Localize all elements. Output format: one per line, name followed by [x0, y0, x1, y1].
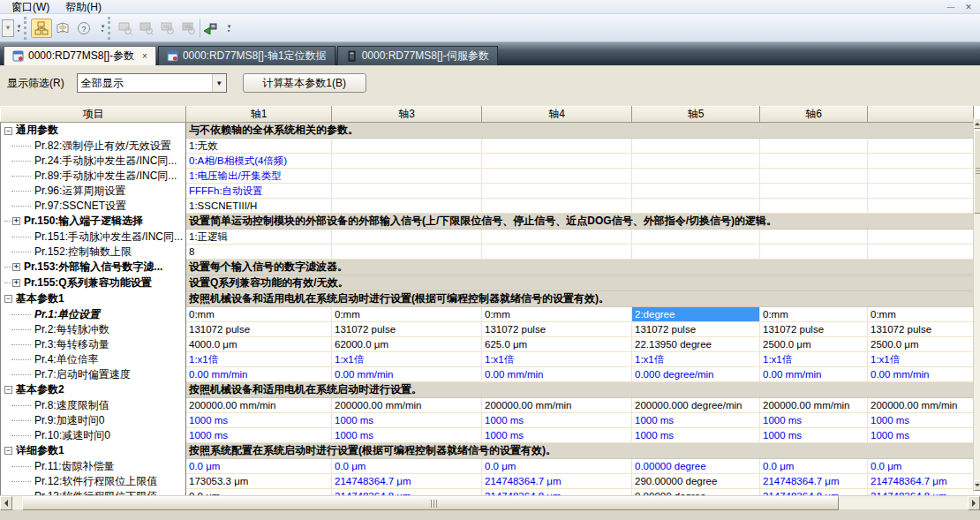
value-cell[interactable]: 0.00000 degree — [632, 459, 760, 474]
value-cell[interactable]: 0.000 degree/min — [632, 367, 760, 382]
column-header-axis[interactable]: 轴1 — [186, 107, 332, 123]
tree-item[interactable]: Pr.1:单位设置 — [1, 307, 186, 322]
tree-item[interactable]: Pr.13:软件行程限位下限值 — [1, 489, 186, 496]
value-cell[interactable] — [760, 199, 868, 214]
value-cell[interactable]: FFFFh:自动设置 — [186, 184, 332, 199]
tree-item[interactable]: −基本参数1 — [1, 291, 186, 307]
tab-close-icon[interactable]: × — [142, 51, 147, 61]
value-cell[interactable]: 0:A相/B相模式(4倍频) — [186, 154, 332, 169]
tab-servo-parameters[interactable]: 0000:RD77MS8[]-伺服参数 — [337, 46, 498, 65]
value-cell[interactable]: 214748364.7 μm — [332, 474, 482, 489]
tree-item[interactable]: Pr.11:齿隙补偿量 — [1, 459, 186, 474]
value-cell[interactable]: 0:mm — [332, 307, 482, 322]
value-cell[interactable] — [868, 139, 974, 154]
tree-expand-icon[interactable]: + — [12, 217, 20, 225]
value-cell[interactable]: 214748364.7 μm — [760, 474, 868, 489]
column-header-axis[interactable] — [868, 107, 974, 123]
value-cell[interactable] — [868, 230, 974, 245]
toolbar-overflow-icon[interactable]: ▾▪ — [225, 19, 233, 38]
value-cell[interactable]: 1000 ms — [186, 413, 332, 428]
monitor-watch-icon-4[interactable] — [178, 19, 200, 38]
value-cell[interactable] — [482, 199, 632, 214]
tree-item[interactable]: +Pr.150:输入端子逻辑选择 — [1, 214, 186, 230]
value-cell[interactable]: 0:mm — [760, 307, 868, 322]
tree-item[interactable]: Pr.97:SSCNET设置 — [1, 199, 186, 214]
tree-item[interactable]: Pr.2:每转脉冲数 — [1, 322, 186, 337]
value-cell[interactable] — [482, 230, 632, 245]
value-cell[interactable] — [482, 169, 632, 184]
value-cell[interactable]: 214748364.8 μm — [482, 489, 632, 496]
value-cell[interactable]: 0:mm — [482, 307, 632, 322]
value-cell[interactable]: 62000.0 μm — [332, 337, 482, 352]
tree-expand-icon[interactable]: + — [12, 263, 20, 271]
value-cell[interactable]: 0.00000 degree — [632, 489, 760, 496]
toolbar-overflow-icon[interactable]: ▾▪ — [15, 19, 23, 38]
toolbar-overflow-icon[interactable]: ▾▪ — [99, 19, 107, 38]
scroll-up-icon[interactable] — [974, 118, 980, 129]
value-cell[interactable]: 1:正逻辑 — [186, 230, 332, 245]
value-cell[interactable] — [760, 154, 868, 169]
value-cell[interactable]: 200000.000 degree/min — [632, 398, 760, 413]
value-cell[interactable]: 1000 ms — [632, 413, 760, 428]
value-cell[interactable] — [760, 245, 868, 260]
value-cell[interactable] — [332, 139, 482, 154]
menu-item[interactable]: 帮助(H) — [57, 1, 109, 13]
help-icon[interactable]: ? — [73, 19, 94, 38]
value-cell[interactable]: 1:x1倍 — [482, 352, 632, 367]
display-tree-icon[interactable] — [31, 19, 52, 38]
tree-item[interactable]: −详细参数1 — [1, 443, 186, 459]
value-cell[interactable] — [760, 230, 868, 245]
crossref-combo[interactable]: ▼ — [2, 19, 14, 37]
monitor-watch-icon-3[interactable] — [157, 19, 178, 38]
tree-item[interactable]: +Pr.153:外部输入信号数字滤... — [1, 260, 186, 275]
horizontal-scrollbar[interactable] — [0, 495, 980, 509]
value-cell[interactable]: 1000 ms — [482, 413, 632, 428]
value-cell[interactable] — [632, 169, 760, 184]
value-cell[interactable]: 2500.0 μm — [868, 337, 974, 352]
tree-collapse-icon[interactable]: − — [4, 295, 12, 303]
value-cell[interactable]: 0:mm — [868, 307, 974, 322]
column-header-axis[interactable]: 轴3 — [332, 107, 482, 123]
value-cell[interactable] — [760, 169, 868, 184]
tree-expand-icon[interactable]: + — [12, 279, 20, 287]
value-cell[interactable] — [632, 245, 760, 260]
value-cell[interactable]: 131072 pulse — [760, 322, 868, 337]
chevron-down-icon[interactable]: ▼ — [212, 74, 226, 92]
tree-collapse-icon[interactable]: − — [4, 386, 12, 394]
value-cell[interactable]: 1:x1倍 — [760, 352, 868, 367]
scroll-left-icon[interactable] — [0, 496, 12, 510]
tree-item[interactable]: Pr.89:手动脉冲发生器/INC同... — [1, 169, 186, 184]
tree-item[interactable]: Pr.24:手动脉冲发生器/INC同... — [1, 154, 186, 169]
value-cell[interactable]: 131072 pulse — [186, 322, 332, 337]
value-cell[interactable]: 22.13950 degree — [632, 337, 760, 352]
value-cell[interactable]: 1:x1倍 — [868, 352, 974, 367]
value-cell[interactable] — [332, 169, 482, 184]
monitor-watch-icon-1[interactable] — [115, 19, 136, 38]
tree-item[interactable]: +Pr.155:Q系列兼容功能设置 — [1, 275, 186, 291]
scroll-down-icon[interactable] — [974, 480, 980, 491]
value-cell[interactable]: 2500.0 μm — [760, 337, 868, 352]
value-cell[interactable]: 200000.00 mm/min — [332, 398, 482, 413]
calc-basic-param-button[interactable]: 计算基本参数1(B) — [243, 73, 366, 93]
tree-item[interactable]: −通用参数 — [1, 123, 186, 139]
value-cell[interactable]: 625.0 μm — [482, 337, 632, 352]
value-cell[interactable] — [632, 230, 760, 245]
tree-item[interactable]: Pr.9:加速时间0 — [1, 413, 186, 428]
value-cell[interactable]: 173053.3 μm — [186, 474, 332, 489]
tree-collapse-icon[interactable]: − — [4, 447, 12, 455]
value-cell[interactable]: 0.0 μm — [760, 459, 868, 474]
value-cell[interactable]: 290.00000 degree — [632, 474, 760, 489]
value-cell[interactable]: 1:无效 — [186, 139, 332, 154]
value-cell[interactable]: 131072 pulse — [332, 322, 482, 337]
column-header-axis[interactable]: 轴5 — [632, 107, 760, 123]
value-cell[interactable]: 1000 ms — [332, 428, 482, 443]
value-cell[interactable] — [482, 184, 632, 199]
value-cell[interactable] — [482, 154, 632, 169]
value-cell[interactable]: 1000 ms — [760, 428, 868, 443]
value-cell[interactable] — [482, 139, 632, 154]
online-transfer-icon[interactable] — [200, 19, 221, 38]
value-cell[interactable]: 1000 ms — [632, 428, 760, 443]
column-header-item[interactable]: 项目 — [1, 107, 186, 123]
value-cell[interactable]: 131072 pulse — [868, 322, 974, 337]
value-cell[interactable] — [632, 199, 760, 214]
